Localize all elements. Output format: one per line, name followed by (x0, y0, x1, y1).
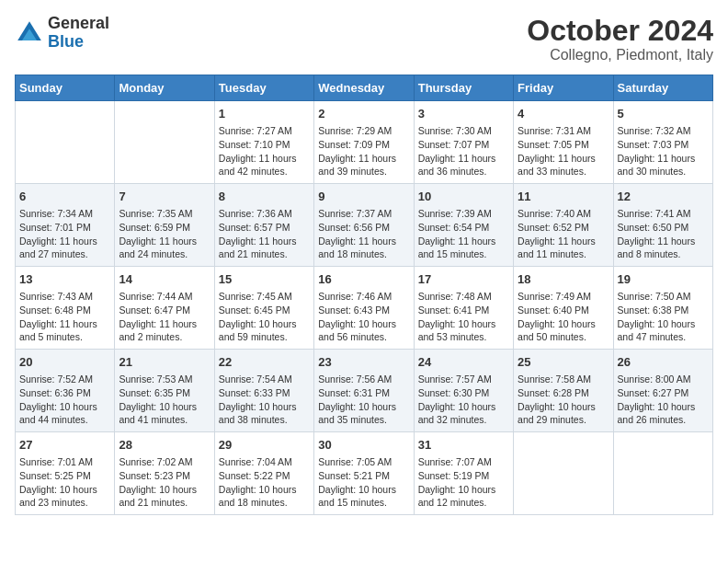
header-thursday: Thursday (414, 75, 513, 101)
day-info: Sunrise: 7:52 AMSunset: 6:36 PMDaylight:… (19, 373, 110, 427)
day-number: 3 (418, 106, 509, 122)
day-cell: 11Sunrise: 7:40 AMSunset: 6:52 PMDayligh… (514, 184, 613, 267)
day-cell: 8Sunrise: 7:36 AMSunset: 6:57 PMDaylight… (214, 184, 313, 267)
day-cell: 4Sunrise: 7:31 AMSunset: 7:05 PMDaylight… (514, 101, 613, 184)
day-number: 7 (119, 189, 210, 205)
day-number: 19 (618, 271, 709, 288)
day-info: Sunrise: 7:40 AMSunset: 6:52 PMDaylight:… (518, 207, 609, 261)
day-cell: 25Sunrise: 7:58 AMSunset: 6:28 PMDayligh… (514, 350, 613, 432)
day-info: Sunrise: 7:07 AMSunset: 5:19 PMDaylight:… (418, 455, 509, 510)
day-cell: 9Sunrise: 7:37 AMSunset: 6:56 PMDaylight… (314, 184, 414, 267)
day-cell: 17Sunrise: 7:48 AMSunset: 6:41 PMDayligh… (414, 267, 513, 350)
day-number: 10 (418, 189, 509, 205)
day-number: 24 (418, 354, 509, 371)
day-info: Sunrise: 7:46 AMSunset: 6:43 PMDaylight:… (318, 290, 409, 344)
day-cell: 27Sunrise: 7:01 AMSunset: 5:25 PMDayligh… (16, 431, 115, 514)
day-number: 1 (219, 106, 310, 122)
day-number: 13 (19, 271, 110, 288)
day-number: 8 (219, 189, 310, 205)
day-number: 27 (19, 437, 110, 454)
week-row-4: 27Sunrise: 7:01 AMSunset: 5:25 PMDayligh… (16, 431, 713, 514)
day-cell: 22Sunrise: 7:54 AMSunset: 6:33 PMDayligh… (214, 350, 313, 432)
day-info: Sunrise: 7:30 AMSunset: 7:07 PMDaylight:… (418, 124, 509, 178)
day-info: Sunrise: 7:44 AMSunset: 6:47 PMDaylight:… (119, 290, 210, 344)
day-cell: 23Sunrise: 7:56 AMSunset: 6:31 PMDayligh… (314, 350, 414, 432)
day-cell: 29Sunrise: 7:04 AMSunset: 5:22 PMDayligh… (214, 431, 313, 514)
day-info: Sunrise: 7:29 AMSunset: 7:09 PMDaylight:… (318, 124, 409, 178)
day-cell: 28Sunrise: 7:02 AMSunset: 5:23 PMDayligh… (115, 431, 214, 514)
title-block: October 2024 Collegno, Piedmont, Italy (527, 15, 713, 63)
calendar-body: 1Sunrise: 7:27 AMSunset: 7:10 PMDaylight… (16, 101, 713, 515)
day-number: 17 (418, 271, 509, 288)
day-info: Sunrise: 7:02 AMSunset: 5:23 PMDaylight:… (119, 455, 210, 510)
day-cell: 5Sunrise: 7:32 AMSunset: 7:03 PMDaylight… (613, 101, 712, 184)
header-saturday: Saturday (613, 75, 712, 101)
day-cell: 19Sunrise: 7:50 AMSunset: 6:38 PMDayligh… (613, 267, 712, 350)
day-cell: 20Sunrise: 7:52 AMSunset: 6:36 PMDayligh… (16, 350, 115, 432)
day-info: Sunrise: 7:45 AMSunset: 6:45 PMDaylight:… (219, 290, 310, 344)
day-number: 20 (19, 354, 110, 371)
day-cell: 14Sunrise: 7:44 AMSunset: 6:47 PMDayligh… (115, 267, 214, 350)
day-info: Sunrise: 7:50 AMSunset: 6:38 PMDaylight:… (618, 290, 709, 344)
day-cell (115, 101, 214, 184)
day-number: 5 (618, 106, 709, 122)
day-info: Sunrise: 7:32 AMSunset: 7:03 PMDaylight:… (618, 124, 709, 178)
day-number: 12 (618, 189, 709, 205)
header-friday: Friday (514, 75, 613, 101)
day-info: Sunrise: 7:35 AMSunset: 6:59 PMDaylight:… (119, 207, 210, 261)
day-info: Sunrise: 7:43 AMSunset: 6:48 PMDaylight:… (19, 290, 110, 344)
header-monday: Monday (115, 75, 214, 101)
day-number: 15 (219, 271, 310, 288)
day-number: 22 (219, 354, 310, 371)
day-info: Sunrise: 7:36 AMSunset: 6:57 PMDaylight:… (219, 207, 310, 261)
day-number: 28 (119, 437, 210, 454)
day-info: Sunrise: 7:41 AMSunset: 6:50 PMDaylight:… (618, 207, 709, 261)
day-number: 4 (518, 106, 609, 122)
week-row-1: 6Sunrise: 7:34 AMSunset: 7:01 PMDaylight… (16, 184, 713, 267)
calendar-title: October 2024 (527, 15, 713, 47)
day-cell: 18Sunrise: 7:49 AMSunset: 6:40 PMDayligh… (514, 267, 613, 350)
day-info: Sunrise: 7:01 AMSunset: 5:25 PMDaylight:… (19, 455, 110, 510)
week-row-3: 20Sunrise: 7:52 AMSunset: 6:36 PMDayligh… (16, 350, 713, 432)
day-cell: 12Sunrise: 7:41 AMSunset: 6:50 PMDayligh… (613, 184, 712, 267)
day-cell (613, 431, 712, 514)
day-number: 30 (318, 437, 409, 454)
day-cell: 21Sunrise: 7:53 AMSunset: 6:35 PMDayligh… (115, 350, 214, 432)
day-info: Sunrise: 7:05 AMSunset: 5:21 PMDaylight:… (318, 455, 409, 510)
day-info: Sunrise: 8:00 AMSunset: 6:27 PMDaylight:… (618, 373, 709, 427)
day-cell: 24Sunrise: 7:57 AMSunset: 6:30 PMDayligh… (414, 350, 513, 432)
day-number: 2 (318, 106, 409, 122)
day-cell: 30Sunrise: 7:05 AMSunset: 5:21 PMDayligh… (314, 431, 414, 514)
week-row-0: 1Sunrise: 7:27 AMSunset: 7:10 PMDaylight… (16, 101, 713, 184)
day-info: Sunrise: 7:53 AMSunset: 6:35 PMDaylight:… (119, 373, 210, 427)
day-cell: 6Sunrise: 7:34 AMSunset: 7:01 PMDaylight… (16, 184, 115, 267)
day-number: 6 (19, 189, 110, 205)
day-info: Sunrise: 7:54 AMSunset: 6:33 PMDaylight:… (219, 373, 310, 427)
day-cell: 26Sunrise: 8:00 AMSunset: 6:27 PMDayligh… (613, 350, 712, 432)
day-cell: 2Sunrise: 7:29 AMSunset: 7:09 PMDaylight… (314, 101, 414, 184)
day-info: Sunrise: 7:39 AMSunset: 6:54 PMDaylight:… (418, 207, 509, 261)
day-cell: 31Sunrise: 7:07 AMSunset: 5:19 PMDayligh… (414, 431, 513, 514)
logo-text: General Blue (48, 15, 109, 52)
day-number: 29 (219, 437, 310, 454)
week-row-2: 13Sunrise: 7:43 AMSunset: 6:48 PMDayligh… (16, 267, 713, 350)
day-cell: 16Sunrise: 7:46 AMSunset: 6:43 PMDayligh… (314, 267, 414, 350)
header-row: SundayMondayTuesdayWednesdayThursdayFrid… (16, 75, 713, 101)
header-tuesday: Tuesday (214, 75, 313, 101)
calendar-subtitle: Collegno, Piedmont, Italy (527, 47, 713, 63)
header-wednesday: Wednesday (314, 75, 414, 101)
day-info: Sunrise: 7:34 AMSunset: 7:01 PMDaylight:… (19, 207, 110, 261)
day-info: Sunrise: 7:56 AMSunset: 6:31 PMDaylight:… (318, 373, 409, 427)
day-cell: 1Sunrise: 7:27 AMSunset: 7:10 PMDaylight… (214, 101, 313, 184)
day-number: 16 (318, 271, 409, 288)
day-info: Sunrise: 7:27 AMSunset: 7:10 PMDaylight:… (219, 124, 310, 178)
day-info: Sunrise: 7:48 AMSunset: 6:41 PMDaylight:… (418, 290, 509, 344)
day-cell: 15Sunrise: 7:45 AMSunset: 6:45 PMDayligh… (214, 267, 313, 350)
day-cell: 10Sunrise: 7:39 AMSunset: 6:54 PMDayligh… (414, 184, 513, 267)
day-info: Sunrise: 7:57 AMSunset: 6:30 PMDaylight:… (418, 373, 509, 427)
header-sunday: Sunday (16, 75, 115, 101)
day-info: Sunrise: 7:58 AMSunset: 6:28 PMDaylight:… (518, 373, 609, 427)
day-number: 21 (119, 354, 210, 371)
day-cell (514, 431, 613, 514)
day-cell: 13Sunrise: 7:43 AMSunset: 6:48 PMDayligh… (16, 267, 115, 350)
